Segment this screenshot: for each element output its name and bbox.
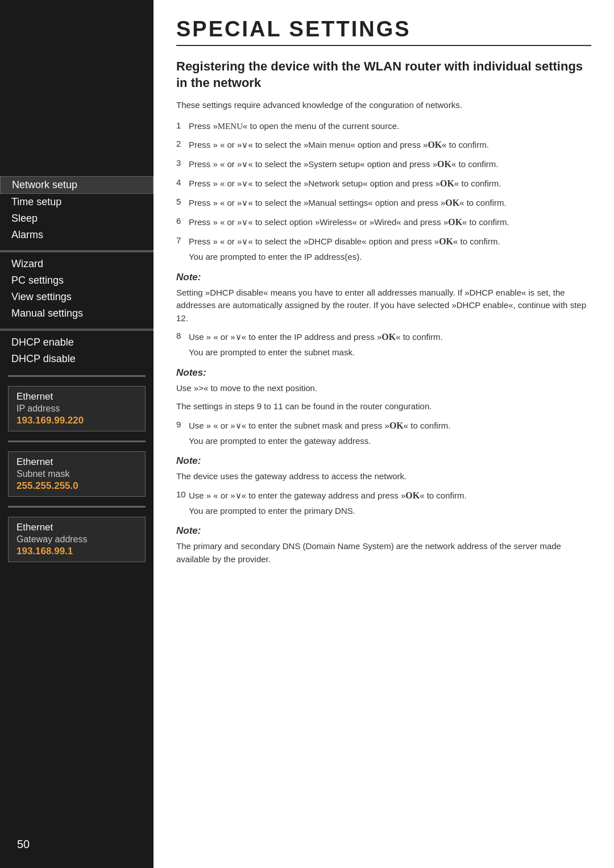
note-1-text: Setting »DHCP disable« means you have to…: [176, 286, 591, 325]
sidebar-group-2: Wizard PC settings View settings Manual …: [0, 256, 154, 322]
step-2-num: 2: [176, 138, 189, 148]
sidebar-item-sleep[interactable]: Sleep: [0, 210, 154, 227]
sidebar-box-divider-3: [8, 506, 146, 508]
sidebar-item-alarms[interactable]: Alarms: [0, 227, 154, 243]
sidebar-box-ethernet-gateway-title: Ethernet: [16, 522, 137, 533]
sidebar-box-ethernet-gateway: Ethernet Gateway address 193.168.99.1: [8, 517, 146, 562]
note-3-text: The device uses the gateway address to a…: [176, 470, 591, 483]
step-10: 10 Use » « or »∨« to enter the gateway a…: [176, 489, 591, 518]
step-8-text: Use » « or »∨« to enter the IP address a…: [189, 330, 591, 359]
sidebar-item-time-setup[interactable]: Time setup: [0, 194, 154, 210]
step-7-num: 7: [176, 235, 189, 245]
step-4-text: Press » « or »∨« to select the »Network …: [189, 177, 591, 190]
step-8: 8 Use » « or »∨« to enter the IP address…: [176, 330, 591, 359]
page-title: SPECIAL SETTINGS: [176, 17, 591, 46]
sidebar-divider-1: [0, 250, 154, 252]
step-6: 6 Press » « or »∨« to select option »Wir…: [176, 215, 591, 229]
section-heading: Registering the device with the WLAN rou…: [176, 59, 591, 91]
step-9-num: 9: [176, 419, 189, 429]
step-2: 2 Press » « or »∨« to select the »Main m…: [176, 138, 591, 152]
step-5: 5 Press » « or »∨« to select the »Manual…: [176, 196, 591, 210]
step-8-num: 8: [176, 330, 189, 340]
sidebar-item-manual-settings[interactable]: Manual settings: [0, 305, 154, 322]
step-2-text: Press » « or »∨« to select the »Main men…: [189, 138, 591, 152]
page-number: 50: [17, 838, 30, 851]
sidebar-box-ethernet-subnet-title: Ethernet: [16, 456, 137, 468]
step-7-text: Press » « or »∨« to select the »DHCP dis…: [189, 235, 591, 264]
step-1-num: 1: [176, 120, 189, 130]
step-3: 3 Press » « or »∨« to select the »System…: [176, 157, 591, 171]
step-4: 4 Press » « or »∨« to select the »Networ…: [176, 177, 591, 190]
step-4-num: 4: [176, 177, 189, 187]
sidebar-box-ethernet-ip: Ethernet IP address 193.169.99.220: [8, 386, 146, 431]
sidebar-box-ethernet-ip-value: 193.169.99.220: [16, 415, 137, 426]
sidebar-item-dhcp-disable[interactable]: DHCP disable: [0, 351, 154, 367]
step-7: 7 Press » « or »∨« to select the »DHCP d…: [176, 235, 591, 264]
step-1-text: Press »MENU« to open the menu of the cur…: [189, 120, 591, 133]
note-4-text: The primary and secondary DNS (Domain Na…: [176, 540, 591, 566]
sidebar-box-ethernet-ip-subtitle: IP address: [16, 404, 137, 414]
intro-text: These settings require advanced knowledg…: [176, 99, 591, 112]
sidebar-box-ethernet-ip-title: Ethernet: [16, 391, 137, 402]
step-6-num: 6: [176, 215, 189, 226]
step-6-text: Press » « or »∨« to select option »Wirel…: [189, 215, 591, 229]
notes-2-line1: Use »>« to move to the next position.: [176, 382, 591, 395]
sidebar-box-ethernet-gateway-subtitle: Gateway address: [16, 534, 137, 545]
sidebar-box-ethernet-subnet-subtitle: Subnet mask: [16, 469, 137, 479]
note-4-heading: Note:: [176, 525, 591, 537]
step-5-text: Press » « or »∨« to select the »Manual s…: [189, 196, 591, 210]
sidebar-item-dhcp-enable[interactable]: DHCP enable: [0, 334, 154, 351]
step-9-text: Use » « or »∨« to enter the subnet mask …: [189, 419, 591, 448]
notes-2-heading: Notes:: [176, 367, 591, 379]
sidebar-item-pc-settings[interactable]: PC settings: [0, 272, 154, 289]
step-3-num: 3: [176, 157, 189, 168]
sidebar-group-3: DHCP enable DHCP disable: [0, 334, 154, 367]
step-1: 1 Press »MENU« to open the menu of the c…: [176, 120, 591, 133]
sidebar-box-ethernet-subnet: Ethernet Subnet mask 255.255.255.0: [8, 451, 146, 497]
step-3-text: Press » « or »∨« to select the »System s…: [189, 157, 591, 171]
sidebar-item-network-setup[interactable]: Network setup: [0, 176, 154, 194]
step-5-num: 5: [176, 196, 189, 206]
sidebar-box-divider-2: [8, 441, 146, 442]
sidebar-box-ethernet-gateway-value: 193.168.99.1: [16, 546, 137, 557]
sidebar-item-view-settings[interactable]: View settings: [0, 289, 154, 305]
main-content: SPECIAL SETTINGS Registering the device …: [154, 0, 614, 868]
sidebar-box-ethernet-subnet-value: 255.255.255.0: [16, 480, 137, 492]
step-9: 9 Use » « or »∨« to enter the subnet mas…: [176, 419, 591, 448]
notes-2-line2: The settings in steps 9 to 11 can be fou…: [176, 400, 591, 413]
sidebar: Network setup Time setup Sleep Alarms Wi…: [0, 0, 154, 868]
note-3-heading: Note:: [176, 455, 591, 467]
note-1-heading: Note:: [176, 272, 591, 283]
sidebar-box-divider-1: [8, 375, 146, 377]
sidebar-item-wizard[interactable]: Wizard: [0, 256, 154, 272]
sidebar-group-1: Network setup Time setup Sleep Alarms: [0, 176, 154, 243]
sidebar-divider-2: [0, 329, 154, 331]
step-10-num: 10: [176, 489, 189, 499]
step-10-text: Use » « or »∨« to enter the gateway addr…: [189, 489, 591, 518]
